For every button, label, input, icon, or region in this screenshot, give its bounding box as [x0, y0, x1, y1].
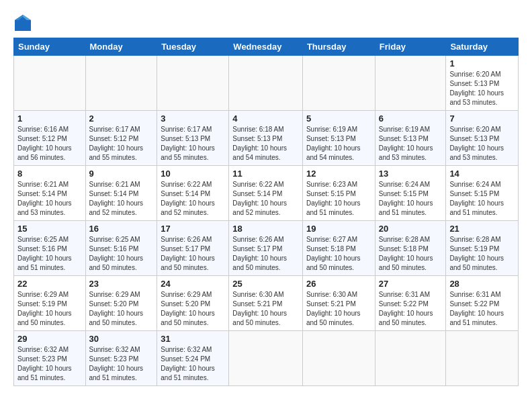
day-info: Sunrise: 6:25 AMSunset: 5:16 PMDaylight:…: [17, 235, 82, 273]
calendar-table: SundayMondayTuesdayWednesdayThursdayFrid…: [13, 38, 519, 386]
day-cell: 10Sunrise: 6:22 AMSunset: 5:14 PMDayligh…: [157, 166, 229, 221]
day-number: 23: [89, 279, 154, 289]
day-cell: 8Sunrise: 6:21 AMSunset: 5:14 PMDaylight…: [14, 166, 86, 221]
week-row-1: 1Sunrise: 6:20 AMSunset: 5:13 PMDaylight…: [14, 56, 519, 111]
day-cell: 30Sunrise: 6:32 AMSunset: 5:23 PMDayligh…: [85, 331, 157, 386]
day-info: Sunrise: 6:29 AMSunset: 5:19 PMDaylight:…: [17, 290, 82, 328]
day-cell: 6Sunrise: 6:19 AMSunset: 5:13 PMDaylight…: [375, 111, 446, 166]
day-number: 31: [161, 334, 225, 344]
week-row-3: 8Sunrise: 6:21 AMSunset: 5:14 PMDaylight…: [14, 166, 519, 221]
col-header-monday: Monday: [85, 38, 157, 56]
day-number: 1: [17, 113, 82, 124]
day-cell: [375, 56, 446, 111]
day-info: Sunrise: 6:29 AMSunset: 5:20 PMDaylight:…: [161, 290, 225, 328]
day-number: 25: [232, 279, 299, 289]
day-info: Sunrise: 6:30 AMSunset: 5:21 PMDaylight:…: [232, 290, 299, 328]
day-cell: [302, 331, 375, 386]
day-cell: 7Sunrise: 6:20 AMSunset: 5:13 PMDaylight…: [446, 111, 519, 166]
day-cell: 11Sunrise: 6:22 AMSunset: 5:14 PMDayligh…: [229, 166, 303, 221]
day-cell: 15Sunrise: 6:25 AMSunset: 5:16 PMDayligh…: [14, 221, 86, 276]
week-row-4: 15Sunrise: 6:25 AMSunset: 5:16 PMDayligh…: [14, 221, 519, 276]
day-cell: 31Sunrise: 6:32 AMSunset: 5:24 PMDayligh…: [157, 331, 229, 386]
day-cell: [229, 56, 303, 111]
day-cell: 21Sunrise: 6:28 AMSunset: 5:19 PMDayligh…: [446, 221, 519, 276]
day-info: Sunrise: 6:17 AMSunset: 5:13 PMDaylight:…: [161, 125, 225, 163]
logo-icon: [13, 13, 32, 32]
day-number: 20: [379, 224, 443, 234]
day-number: 1: [449, 58, 515, 68]
day-info: Sunrise: 6:28 AMSunset: 5:18 PMDaylight:…: [379, 235, 443, 273]
day-number: 8: [17, 169, 82, 179]
day-cell: 28Sunrise: 6:31 AMSunset: 5:22 PMDayligh…: [446, 276, 519, 331]
day-info: Sunrise: 6:28 AMSunset: 5:19 PMDaylight:…: [449, 235, 515, 273]
day-cell: [446, 331, 519, 386]
day-cell: [302, 56, 375, 111]
day-number: 14: [449, 169, 515, 179]
day-info: Sunrise: 6:19 AMSunset: 5:13 PMDaylight:…: [379, 125, 443, 163]
day-info: Sunrise: 6:24 AMSunset: 5:15 PMDaylight:…: [449, 180, 515, 218]
day-number: 18: [232, 224, 299, 234]
col-header-tuesday: Tuesday: [157, 38, 229, 56]
logo: [13, 13, 35, 32]
page: SundayMondayTuesdayWednesdayThursdayFrid…: [0, 0, 532, 411]
day-cell: 5Sunrise: 6:19 AMSunset: 5:13 PMDaylight…: [302, 111, 375, 166]
day-number: 5: [306, 113, 371, 124]
day-cell: 9Sunrise: 6:21 AMSunset: 5:14 PMDaylight…: [85, 166, 157, 221]
day-cell: 24Sunrise: 6:29 AMSunset: 5:20 PMDayligh…: [157, 276, 229, 331]
day-number: 24: [161, 279, 225, 289]
day-info: Sunrise: 6:20 AMSunset: 5:13 PMDaylight:…: [449, 70, 515, 107]
day-cell: 14Sunrise: 6:24 AMSunset: 5:15 PMDayligh…: [446, 166, 519, 221]
day-info: Sunrise: 6:25 AMSunset: 5:16 PMDaylight:…: [89, 235, 154, 273]
day-cell: 2Sunrise: 6:17 AMSunset: 5:12 PMDaylight…: [85, 111, 157, 166]
day-cell: 19Sunrise: 6:27 AMSunset: 5:18 PMDayligh…: [302, 221, 375, 276]
day-number: 16: [89, 224, 154, 234]
header: [13, 11, 519, 32]
week-row-2: 1Sunrise: 6:16 AMSunset: 5:12 PMDaylight…: [14, 111, 519, 166]
day-cell: 13Sunrise: 6:24 AMSunset: 5:15 PMDayligh…: [375, 166, 446, 221]
day-cell: 3Sunrise: 6:17 AMSunset: 5:13 PMDaylight…: [157, 111, 229, 166]
day-cell: 22Sunrise: 6:29 AMSunset: 5:19 PMDayligh…: [14, 276, 86, 331]
day-info: Sunrise: 6:27 AMSunset: 5:18 PMDaylight:…: [306, 235, 371, 273]
day-info: Sunrise: 6:20 AMSunset: 5:13 PMDaylight:…: [449, 125, 515, 163]
col-header-sunday: Sunday: [14, 38, 86, 56]
day-info: Sunrise: 6:21 AMSunset: 5:14 PMDaylight:…: [17, 180, 82, 218]
day-cell: [375, 331, 446, 386]
day-cell: [14, 56, 86, 111]
day-number: 7: [449, 113, 515, 124]
col-header-friday: Friday: [375, 38, 446, 56]
day-number: 2: [89, 113, 154, 124]
day-info: Sunrise: 6:21 AMSunset: 5:14 PMDaylight:…: [89, 180, 154, 218]
calendar-body: 1Sunrise: 6:20 AMSunset: 5:13 PMDaylight…: [14, 56, 519, 386]
day-number: 27: [379, 279, 443, 289]
day-info: Sunrise: 6:26 AMSunset: 5:17 PMDaylight:…: [232, 235, 299, 273]
day-cell: 4Sunrise: 6:18 AMSunset: 5:13 PMDaylight…: [229, 111, 303, 166]
day-cell: [229, 331, 303, 386]
day-info: Sunrise: 6:22 AMSunset: 5:14 PMDaylight:…: [232, 180, 299, 218]
header-row: SundayMondayTuesdayWednesdayThursdayFrid…: [14, 38, 519, 56]
day-number: 9: [89, 169, 154, 179]
day-number: 17: [161, 224, 225, 234]
day-info: Sunrise: 6:19 AMSunset: 5:13 PMDaylight:…: [306, 125, 371, 163]
day-info: Sunrise: 6:31 AMSunset: 5:22 PMDaylight:…: [449, 290, 515, 328]
day-info: Sunrise: 6:26 AMSunset: 5:17 PMDaylight:…: [161, 235, 225, 273]
day-info: Sunrise: 6:29 AMSunset: 5:20 PMDaylight:…: [89, 290, 154, 328]
week-row-6: 29Sunrise: 6:32 AMSunset: 5:23 PMDayligh…: [14, 331, 519, 386]
day-number: 4: [232, 113, 299, 124]
day-number: 3: [161, 113, 225, 124]
day-number: 6: [379, 113, 443, 124]
day-info: Sunrise: 6:18 AMSunset: 5:13 PMDaylight:…: [232, 125, 299, 163]
day-info: Sunrise: 6:16 AMSunset: 5:12 PMDaylight:…: [17, 125, 82, 163]
day-number: 15: [17, 224, 82, 234]
col-header-thursday: Thursday: [302, 38, 375, 56]
day-cell: 26Sunrise: 6:30 AMSunset: 5:21 PMDayligh…: [302, 276, 375, 331]
day-cell: 18Sunrise: 6:26 AMSunset: 5:17 PMDayligh…: [229, 221, 303, 276]
day-cell: [157, 56, 229, 111]
day-cell: 12Sunrise: 6:23 AMSunset: 5:15 PMDayligh…: [302, 166, 375, 221]
day-info: Sunrise: 6:31 AMSunset: 5:22 PMDaylight:…: [379, 290, 443, 328]
day-cell: 25Sunrise: 6:30 AMSunset: 5:21 PMDayligh…: [229, 276, 303, 331]
day-info: Sunrise: 6:23 AMSunset: 5:15 PMDaylight:…: [306, 180, 371, 218]
calendar-header: SundayMondayTuesdayWednesdayThursdayFrid…: [14, 38, 519, 56]
day-number: 28: [449, 279, 515, 289]
day-cell: 1Sunrise: 6:20 AMSunset: 5:13 PMDaylight…: [446, 56, 519, 111]
day-info: Sunrise: 6:17 AMSunset: 5:12 PMDaylight:…: [89, 125, 154, 163]
